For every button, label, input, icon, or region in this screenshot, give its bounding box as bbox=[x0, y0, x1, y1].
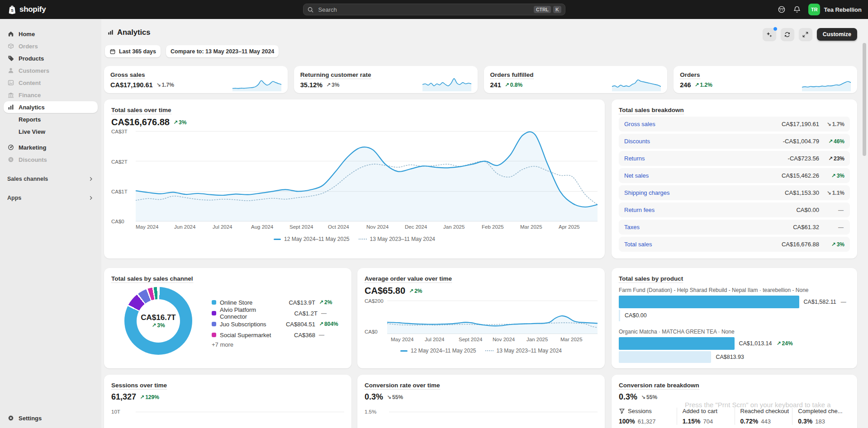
aov-chart: CA$200 CA$0 bbox=[365, 301, 598, 334]
search-input[interactable] bbox=[318, 6, 531, 14]
sidebar-item-label: Orders bbox=[19, 43, 38, 50]
breakdown-link[interactable]: Total sales bbox=[624, 241, 652, 248]
kpi-sparkline bbox=[802, 76, 851, 91]
channel-value: CA$804.51 bbox=[274, 321, 315, 328]
breakdown-change: ↘1.7% bbox=[819, 121, 844, 127]
trend-icon: — bbox=[838, 224, 844, 230]
sidebar-item[interactable]: Reports bbox=[4, 113, 98, 125]
trend-icon: — bbox=[841, 299, 846, 305]
trend-icon: ↗ bbox=[505, 82, 509, 88]
breakdown-link[interactable]: Shipping charges bbox=[624, 189, 669, 196]
product-label: Organic Matcha · MATCHA GREEN TEA · None bbox=[619, 329, 850, 335]
chart-legend: 12 May 2024–11 May 2025 13 May 2023–11 M… bbox=[365, 348, 598, 354]
scrollbar-thumb[interactable] bbox=[863, 43, 866, 156]
x-axis-label: Jun 2024 bbox=[174, 224, 213, 230]
trend-icon: ↗ bbox=[776, 340, 781, 347]
total-sales-breakdown-card: Total sales breakdown Gross sales CA$17,… bbox=[612, 99, 857, 259]
y-axis-label: CA$3T bbox=[111, 129, 128, 134]
refresh-icon bbox=[784, 31, 791, 38]
sidebar-item[interactable]: Content bbox=[4, 77, 98, 89]
assistant-icon[interactable] bbox=[778, 5, 786, 14]
kpi-card[interactable]: Orders fulfilled 241 ↗0.8% bbox=[484, 66, 668, 93]
trend-icon: ↗ bbox=[409, 288, 413, 294]
channel-value: CA$368 bbox=[274, 332, 315, 339]
trend-icon: ↗ bbox=[140, 394, 144, 400]
trend-icon: ↘ bbox=[157, 82, 161, 88]
x-axis-label: Apr 2025 bbox=[559, 224, 597, 230]
breakdown-link[interactable]: Gross sales bbox=[624, 121, 655, 127]
funnel-step-count: 443 bbox=[761, 418, 771, 425]
kpi-card[interactable]: Returning customer rate 35.12% ↗3% bbox=[294, 66, 478, 93]
breakdown-link[interactable]: Net sales bbox=[624, 172, 649, 179]
compare-range-button[interactable]: Compare to: 13 May 2023–11 May 2024 bbox=[166, 45, 279, 57]
x-axis-label: Jul 2024 bbox=[425, 337, 459, 342]
trend-icon: — bbox=[319, 332, 324, 338]
kpi-value: 246 bbox=[680, 81, 691, 89]
store-menu[interactable]: TR Tea Rebellion bbox=[808, 4, 862, 15]
breakdown-link[interactable]: Discounts bbox=[624, 138, 650, 145]
refresh-button[interactable] bbox=[781, 28, 794, 41]
sidebar-item[interactable]: Orders bbox=[4, 40, 98, 52]
product-bar-current bbox=[619, 337, 735, 350]
breakdown-change: — bbox=[819, 224, 844, 230]
expand-icon bbox=[802, 31, 809, 38]
conversion-funnel: Sessions 100%61,327 Added to cart 1.15%7… bbox=[619, 408, 850, 425]
sidebar-item[interactable]: Live View bbox=[4, 126, 98, 137]
orders-icon bbox=[7, 42, 14, 50]
funnel-step-pct: 0.72% bbox=[740, 418, 759, 425]
y-axis-label: CA$2T bbox=[111, 159, 128, 165]
kpi-sparkline bbox=[232, 76, 281, 91]
shopify-logo[interactable]: S shopify bbox=[7, 5, 46, 15]
sidebar-section[interactable]: Sales channels bbox=[4, 174, 98, 184]
breakdown-link[interactable]: Taxes bbox=[624, 224, 640, 230]
product-value-current: CA$1,582.11 bbox=[804, 299, 836, 305]
sidebar-item[interactable]: Finance bbox=[4, 89, 98, 101]
kpi-value: 35.12% bbox=[300, 81, 323, 89]
channel-label: Alvio Platform Connector bbox=[220, 306, 280, 320]
sidebar-item-label: Finance bbox=[19, 92, 41, 99]
conversion-change: ↘55% bbox=[387, 394, 403, 400]
breakdown-link[interactable]: Returns bbox=[624, 155, 645, 162]
sidebar-item-settings[interactable]: Settings bbox=[4, 412, 98, 424]
breakdown-row: Gross sales CA$17,190.61 ↘1.7% bbox=[619, 117, 850, 132]
sidebar-section[interactable]: Apps bbox=[4, 193, 98, 203]
trend-icon: ↗ bbox=[828, 155, 833, 162]
x-axis-label: Dec 2024 bbox=[405, 224, 443, 230]
trend-icon: ↘ bbox=[387, 394, 391, 400]
date-range-button[interactable]: Last 365 days bbox=[105, 45, 161, 57]
trend-icon: — bbox=[838, 207, 844, 213]
sidebar-item[interactable]: Products bbox=[4, 52, 98, 64]
card-title: Sessions over time bbox=[111, 382, 167, 390]
breakdown-value: CA$1,153.30 bbox=[785, 189, 819, 196]
breakdown-value: CA$17,190.61 bbox=[782, 121, 819, 127]
customize-button[interactable]: Customize bbox=[817, 28, 857, 41]
fullscreen-button[interactable] bbox=[799, 28, 812, 41]
sidebar-item[interactable]: Marketing bbox=[4, 141, 98, 153]
breakdown-row: Return fees CA$0.00 — bbox=[619, 202, 850, 217]
top-bar: S shopify CTRL K TR Tea Rebellion bbox=[0, 0, 868, 19]
insights-button[interactable] bbox=[763, 28, 776, 41]
notifications-icon[interactable] bbox=[793, 5, 801, 14]
trend-icon: ↗ bbox=[319, 321, 323, 327]
kpi-card[interactable]: Gross sales CA$17,190.61 ↘1.7% bbox=[104, 66, 288, 93]
kpi-title: Orders fulfilled bbox=[490, 71, 534, 79]
funnel-step-label: Sessions bbox=[628, 408, 652, 414]
product-change: — bbox=[841, 299, 847, 305]
sparkle-icon bbox=[766, 31, 773, 38]
kpi-card[interactable]: Orders 246 ↗1.2% bbox=[674, 66, 857, 93]
shopify-admin-analytics: S shopify CTRL K TR Tea Rebellion bbox=[0, 0, 868, 428]
breakdown-value: CA$0.00 bbox=[796, 207, 819, 213]
previous-period-swatch bbox=[485, 350, 493, 351]
discounts-icon bbox=[7, 156, 14, 163]
chart-legend: 12 May 2024–11 May 2025 13 May 2023–11 M… bbox=[111, 236, 598, 242]
sidebar-item[interactable]: Home bbox=[4, 28, 98, 40]
breakdown-row: Total sales CA$16,676.88 ↗3% bbox=[619, 237, 850, 252]
product-bar-previous bbox=[619, 351, 711, 363]
sidebar-item[interactable]: Discounts bbox=[4, 154, 98, 165]
more-channels-link[interactable]: +7 more bbox=[212, 341, 233, 348]
global-search[interactable]: CTRL K bbox=[303, 4, 565, 15]
sidebar-item[interactable]: Analytics bbox=[4, 101, 98, 113]
breakdown-link[interactable]: Return fees bbox=[624, 207, 655, 213]
sidebar-item[interactable]: Customers bbox=[4, 65, 98, 76]
kbd-k: K bbox=[553, 6, 561, 13]
